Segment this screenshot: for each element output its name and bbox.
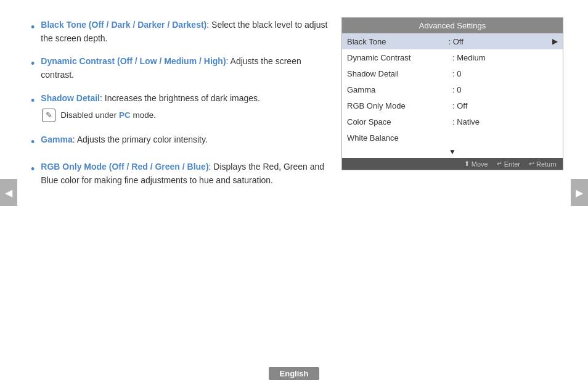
footer-return: ↩ Return: [529, 160, 557, 168]
row-label-gamma: Gamma: [347, 85, 452, 94]
settings-panel: Advanced Settings Black Tone : Off ▶ Dyn…: [341, 17, 563, 373]
list-item-shadow-detail: • Shadow Detail: Increases the brightnes…: [31, 92, 329, 124]
note-link-pc[interactable]: PC: [119, 110, 131, 120]
bullet-text-shadow-detail: Shadow Detail: Increases the brightness …: [41, 92, 329, 124]
language-label[interactable]: English: [269, 367, 320, 380]
bullet-text-gamma: Gamma: Adjusts the primary color intensi…: [41, 133, 329, 147]
row-value-color-space: : Native: [452, 117, 558, 126]
bullet-dot-2: •: [31, 56, 35, 72]
link-gamma[interactable]: Gamma: [41, 135, 72, 144]
list-item-gamma: • Gamma: Adjusts the primary color inten…: [31, 133, 329, 151]
move-icon: ⬆: [464, 160, 470, 168]
note-text: Disabled under PC mode.: [60, 109, 156, 122]
note-text-after: mode.: [131, 110, 156, 120]
row-label-dynamic-contrast: Dynamic Contrast: [347, 53, 452, 62]
note-block: ✎ Disabled under PC mode.: [41, 109, 329, 122]
nav-left-arrow[interactable]: [0, 179, 17, 206]
language-bar: English: [0, 363, 588, 385]
footer-move-label: Move: [472, 160, 488, 168]
scroll-indicator: ▼: [342, 146, 563, 158]
link-rgb-only-mode[interactable]: RGB Only Mode (Off / Red / Green / Blue): [41, 162, 208, 172]
settings-row-shadow-detail[interactable]: Shadow Detail : 0: [342, 65, 563, 81]
settings-rows: Black Tone : Off ▶ Dynamic Contrast : Me…: [342, 33, 563, 146]
row-label-white-balance: White Balance: [347, 133, 452, 143]
return-icon: ↩: [529, 160, 534, 168]
footer-move: ⬆ Move: [464, 160, 488, 168]
link-shadow-detail[interactable]: Shadow Detail: [41, 93, 100, 103]
link-dynamic-contrast[interactable]: Dynamic Contrast (Off / Low / Medium / H…: [41, 56, 226, 66]
settings-row-rgb-only-mode[interactable]: RGB Only Mode : Off: [342, 97, 563, 114]
bullet-text-rgb-only-mode: RGB Only Mode (Off / Red / Green / Blue)…: [41, 160, 329, 187]
row-label-color-space: Color Space: [347, 117, 452, 126]
row-label-black-tone: Black Tone: [347, 37, 449, 46]
text-panel: • Black Tone (Off / Dark / Darker / Dark…: [31, 12, 341, 373]
row-value-dynamic-contrast: : Medium: [452, 53, 558, 62]
enter-icon: ↵: [497, 160, 502, 168]
footer-enter-label: Enter: [504, 160, 520, 168]
note-icon: ✎: [42, 109, 55, 122]
settings-title: Advanced Settings: [342, 18, 563, 33]
row-value-rgb-only-mode: : Off: [452, 101, 558, 110]
settings-row-gamma[interactable]: Gamma : 0: [342, 81, 563, 97]
row-arrow-black-tone: ▶: [552, 37, 558, 46]
link-black-tone[interactable]: Black Tone (Off / Dark / Darker / Darkes…: [41, 20, 206, 30]
bullet-text-black-tone: Black Tone (Off / Dark / Darker / Darkes…: [41, 19, 329, 45]
settings-row-color-space[interactable]: Color Space : Native: [342, 114, 563, 130]
row-value-black-tone: : Off: [449, 37, 550, 46]
bullet-text-dynamic-contrast: Dynamic Contrast (Off / Low / Medium / H…: [41, 55, 329, 81]
row-label-rgb-only-mode: RGB Only Mode: [347, 101, 452, 110]
bullet-dot-5: •: [31, 161, 35, 178]
settings-row-white-balance[interactable]: White Balance: [342, 130, 563, 146]
row-value-gamma: : 0: [452, 85, 558, 94]
list-item-black-tone: • Black Tone (Off / Dark / Darker / Dark…: [31, 19, 329, 45]
settings-footer: ⬆ Move ↵ Enter ↩ Return: [342, 158, 563, 170]
main-content: • Black Tone (Off / Dark / Darker / Dark…: [0, 0, 588, 385]
desc-shadow-detail: : Increases the brightness of dark image…: [100, 93, 260, 103]
footer-enter: ↵ Enter: [497, 160, 520, 168]
settings-row-black-tone[interactable]: Black Tone : Off ▶: [342, 33, 563, 49]
row-label-shadow-detail: Shadow Detail: [347, 69, 452, 78]
list-item-dynamic-contrast: • Dynamic Contrast (Off / Low / Medium /…: [31, 55, 329, 81]
bullet-list: • Black Tone (Off / Dark / Darker / Dark…: [31, 19, 329, 188]
settings-box: Advanced Settings Black Tone : Off ▶ Dyn…: [341, 17, 563, 170]
note-text-before: Disabled under: [60, 110, 119, 120]
footer-return-label: Return: [536, 160, 557, 168]
nav-right-arrow[interactable]: [571, 179, 588, 206]
settings-row-dynamic-contrast[interactable]: Dynamic Contrast : Medium: [342, 49, 563, 65]
bullet-dot-4: •: [31, 134, 35, 151]
bullet-dot-3: •: [31, 93, 35, 109]
list-item-rgb-only-mode: • RGB Only Mode (Off / Red / Green / Blu…: [31, 160, 329, 187]
bullet-dot: •: [31, 19, 35, 36]
desc-gamma: : Adjusts the primary color intensity.: [73, 135, 208, 144]
row-value-shadow-detail: : 0: [452, 69, 558, 78]
